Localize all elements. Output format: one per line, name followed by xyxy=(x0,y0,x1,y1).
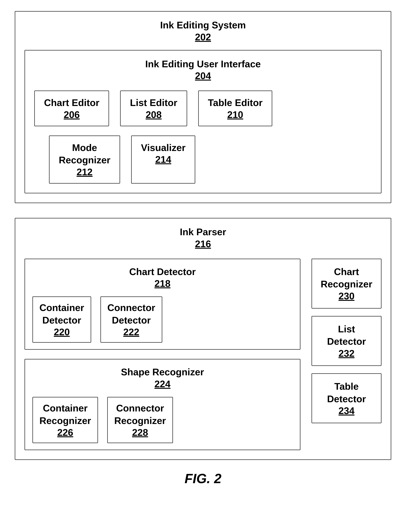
ink-editing-ui-box: Ink Editing User Interface 204 Chart Edi… xyxy=(24,50,382,193)
chart-detector-title: Chart Detector xyxy=(32,266,292,278)
shape-recognizer-box: Shape Recognizer 224 Container Recognize… xyxy=(24,359,300,450)
parser-title: Ink Parser xyxy=(24,226,382,238)
shape-recognizer-inner: Container Recognizer 226 Connector Recog… xyxy=(32,397,292,443)
chart-editor-title: Chart Editor xyxy=(44,96,99,109)
shape-recognizer-title: Shape Recognizer xyxy=(32,366,292,378)
list-editor-box: List Editor 208 xyxy=(120,90,187,126)
connector-detector-number: 222 xyxy=(107,326,155,338)
chart-editor-number: 206 xyxy=(44,109,99,120)
connector-detector-title: Connector Detector xyxy=(107,302,155,326)
connector-detector-box: Connector Detector 222 xyxy=(100,296,162,343)
chart-detector-inner: Container Detector 220 Connector Detecto… xyxy=(32,296,292,343)
table-detector-title: Table Detector xyxy=(319,380,374,405)
ui-number: 204 xyxy=(34,70,372,81)
parser-left: Chart Detector 218 Container Detector 22… xyxy=(24,259,300,450)
system-number: 202 xyxy=(24,31,382,43)
connector-recognizer-box: Connector Recognizer 228 xyxy=(107,397,173,443)
figure-label: FIG. 2 xyxy=(185,471,221,486)
mode-recognizer-box: Mode Recognizer 212 xyxy=(49,135,120,184)
table-editor-box: Table Editor 210 xyxy=(198,90,272,126)
ink-editing-system-box: Ink Editing System 202 Ink Editing User … xyxy=(15,11,391,203)
chart-recognizer-number: 230 xyxy=(319,290,374,302)
chart-detector-number: 218 xyxy=(32,278,292,289)
system-title: Ink Editing System xyxy=(24,19,382,31)
chart-recognizer-title: Chart Recognizer xyxy=(319,266,374,290)
mode-recognizer-number: 212 xyxy=(59,166,110,177)
container-detector-number: 220 xyxy=(39,326,84,338)
visualizer-title: Visualizer xyxy=(141,141,186,154)
parser-content: Chart Detector 218 Container Detector 22… xyxy=(24,259,382,450)
container-detector-title: Container Detector xyxy=(39,302,84,326)
list-detector-number: 232 xyxy=(319,348,374,359)
list-editor-number: 208 xyxy=(130,109,177,120)
table-editor-number: 210 xyxy=(208,109,263,120)
list-editor-title: List Editor xyxy=(130,96,177,109)
container-detector-box: Container Detector 220 xyxy=(32,296,91,343)
connector-recognizer-number: 228 xyxy=(114,427,166,438)
mode-recognizer-title: Mode Recognizer xyxy=(59,141,110,166)
table-editor-title: Table Editor xyxy=(208,96,263,109)
container-recognizer-number: 226 xyxy=(39,427,91,438)
chart-editor-box: Chart Editor 206 xyxy=(34,90,109,126)
visualizer-number: 214 xyxy=(141,154,186,165)
parser-right: Chart Recognizer 230 List Detector 232 T… xyxy=(312,259,382,423)
list-detector-title: List Detector xyxy=(319,323,374,348)
connector-recognizer-title: Connector Recognizer xyxy=(114,402,166,427)
sub-components-row: Mode Recognizer 212 Visualizer 214 xyxy=(34,135,372,184)
chart-recognizer-box: Chart Recognizer 230 xyxy=(312,259,382,309)
parser-number: 216 xyxy=(24,238,382,249)
ui-title: Ink Editing User Interface xyxy=(34,58,372,70)
table-detector-box: Table Detector 234 xyxy=(312,373,382,423)
list-detector-box: List Detector 232 xyxy=(312,316,382,366)
visualizer-box: Visualizer 214 xyxy=(131,135,195,184)
container-recognizer-title: Container Recognizer xyxy=(39,402,91,427)
container-recognizer-box: Container Recognizer 226 xyxy=(32,397,98,443)
table-detector-number: 234 xyxy=(319,405,374,416)
chart-detector-box: Chart Detector 218 Container Detector 22… xyxy=(24,259,300,350)
editors-row: Chart Editor 206 List Editor 208 Table E… xyxy=(34,90,372,126)
shape-recognizer-number: 224 xyxy=(32,378,292,390)
ink-parser-box: Ink Parser 216 Chart Detector 218 Contai… xyxy=(15,218,391,460)
